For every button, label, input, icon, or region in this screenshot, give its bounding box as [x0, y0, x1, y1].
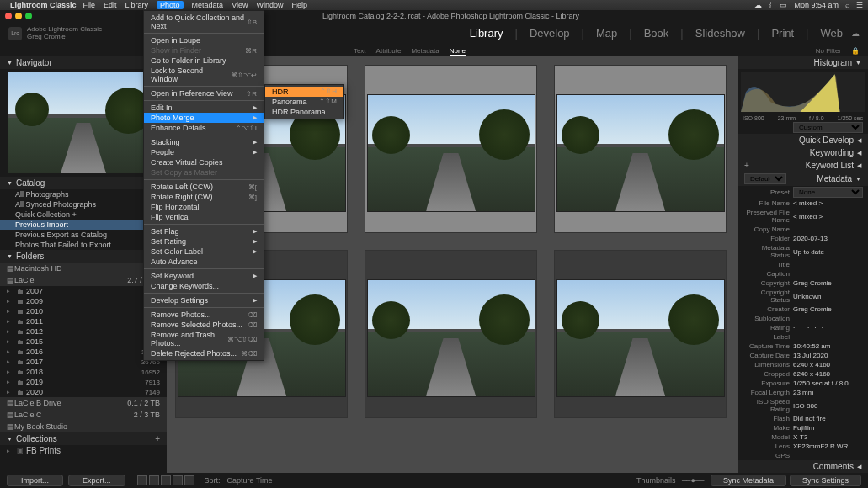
thumbnail-cell[interactable] [365, 250, 537, 418]
catalog-item[interactable]: All Synced Photographs [0, 199, 167, 210]
folder-year-item[interactable]: ▸🖿20159 [0, 337, 167, 347]
metadata-value[interactable]: ISO 800 [793, 402, 863, 410]
menu-item[interactable]: Go to Folder in Library [144, 56, 264, 66]
histogram-panel-header[interactable]: Histogram ▼ [738, 56, 868, 69]
metadata-value[interactable]: · · · · · [793, 324, 863, 332]
navigator-panel-header[interactable]: ▼ Navigator [0, 56, 167, 69]
grid-view-icon[interactable] [137, 475, 147, 485]
catalog-item[interactable]: Previous Export as Catalog [0, 230, 167, 240]
collection-item[interactable]: ▸▣ FB Prints [0, 445, 167, 456]
metadata-value[interactable]: 13 Jul 2020 [793, 352, 863, 359]
module-slideshow[interactable]: Slideshow [695, 27, 745, 40]
thumbnail-cell[interactable] [554, 65, 727, 233]
metadata-header[interactable]: Default Metadata▼ [738, 172, 868, 186]
submenu-item[interactable]: Panorama⌃⇧M [265, 97, 343, 107]
filter-tab-metadata[interactable]: Metadata [411, 47, 439, 55]
menu-icon[interactable]: ☰ [856, 1, 863, 9]
catalog-panel-header[interactable]: ▼ Catalog [0, 177, 167, 189]
keywording-header[interactable]: Keywording◀ [738, 146, 868, 159]
metadata-value[interactable]: < mixed > [793, 199, 863, 207]
menu-item[interactable]: Add to Quick Collection and Next⇧B [144, 13, 264, 31]
search-icon[interactable]: ⌕ [845, 1, 849, 9]
lock-icon[interactable]: 🔒 [851, 47, 860, 55]
thumbnail-cell[interactable] [365, 65, 537, 233]
add-collection-button[interactable]: + [155, 434, 160, 443]
export-button[interactable]: Export... [68, 475, 125, 486]
submenu-item[interactable]: HDR Panorama... [265, 107, 343, 117]
thumbnail-size-slider[interactable]: ━━●━━ [682, 476, 703, 485]
folder-year-item[interactable]: ▸🖿20207149 [0, 387, 167, 397]
drive-item[interactable]: ▤ LaCie2.7 / 3 TB [0, 274, 167, 286]
menu-view[interactable]: View [232, 1, 248, 9]
preset-select[interactable]: None [793, 187, 863, 198]
metadata-value[interactable]: Fujifilm [793, 424, 863, 432]
metadata-value[interactable]: XF23mmF2 R WR [793, 443, 863, 450]
menu-item[interactable]: Remove Photos...⌫ [144, 310, 264, 320]
metadata-value[interactable]: 1/250 sec at f / 8.0 [793, 379, 863, 387]
catalog-item[interactable]: Quick Collection + [0, 210, 167, 220]
drive-item[interactable]: ▤ LaCie C2 / 3 TB [0, 409, 167, 421]
metadata-value[interactable]: 10:40:52 am [793, 342, 863, 350]
folder-year-item[interactable]: ▸🖿20072 [0, 286, 167, 296]
folder-year-item[interactable]: ▸🖿201816952 [0, 367, 167, 377]
menu-item[interactable]: Change Keywords... [144, 281, 264, 291]
wifi-icon[interactable]: ⧙ [769, 1, 773, 9]
module-web[interactable]: Web [821, 27, 844, 40]
keyword-list-header[interactable]: + Keyword List◀ [738, 159, 868, 172]
menu-item[interactable]: Set Flag▶ [144, 226, 264, 236]
comments-header[interactable]: Comments◀ [738, 460, 868, 473]
folder-year-item[interactable]: ▸🖿201225 [0, 326, 167, 337]
menu-item[interactable]: Set Rating▶ [144, 236, 264, 247]
folder-year-item[interactable]: ▸🖿20197913 [0, 377, 167, 387]
metadata-set-select[interactable]: Default [744, 173, 786, 184]
import-button[interactable]: Import... [7, 475, 63, 486]
menu-item[interactable]: Open in Loupe [144, 35, 264, 45]
menu-edit[interactable]: Edit [104, 1, 117, 9]
catalog-item[interactable]: Previous Import [0, 220, 167, 230]
sync-cloud-icon[interactable]: ☁ [851, 29, 860, 38]
sync-settings-button[interactable]: Sync Settings [790, 475, 861, 486]
survey-view-icon[interactable] [173, 475, 183, 485]
module-map[interactable]: Map [596, 27, 617, 40]
menu-file[interactable]: File [83, 1, 96, 9]
drive-item[interactable]: ▤ LaCie B Drive0.1 / 2 TB [0, 397, 167, 409]
menu-item[interactable]: Enhance Details⌃⌥⇧I [144, 123, 264, 133]
metadata-value[interactable]: 6240 x 4160 [793, 361, 863, 369]
loupe-view-icon[interactable] [149, 475, 159, 485]
metadata-value[interactable]: Greg Cromie [793, 305, 863, 313]
module-print[interactable]: Print [771, 27, 794, 40]
metadata-value[interactable]: X-T3 [793, 433, 863, 441]
menu-item[interactable]: People▶ [144, 147, 264, 157]
filter-tab-text[interactable]: Text [354, 47, 366, 55]
menu-item[interactable]: Remove and Trash Photos...⌘⌥⇧⌫ [144, 330, 264, 348]
folder-year-item[interactable]: ▸🖿201122 [0, 316, 167, 326]
add-keyword-button[interactable]: + [744, 161, 749, 170]
menu-item[interactable]: Rotate Left (CCW)⌘[ [144, 182, 264, 192]
folder-year-item[interactable]: ▸🖿20102 [0, 306, 167, 316]
navigator-preview[interactable] [8, 72, 159, 173]
quick-develop-header[interactable]: Quick Develop◀ [738, 134, 868, 146]
folder-year-item[interactable]: ▸🖿201736766 [0, 357, 167, 367]
menu-item[interactable]: Lock to Second Window⌘⇧⌥↩ [144, 66, 264, 84]
catalog-item[interactable]: Photos That Failed to Export [0, 240, 167, 250]
menu-item[interactable]: Auto Advance [144, 257, 264, 267]
module-develop[interactable]: Develop [530, 27, 570, 40]
menu-window[interactable]: Window [256, 1, 283, 9]
menu-item[interactable]: Open in Reference View⇧R [144, 88, 264, 98]
cloud-icon[interactable]: ☁ [754, 1, 762, 9]
metadata-value[interactable]: 23 mm [793, 389, 863, 396]
menu-item[interactable]: Flip Vertical [144, 212, 264, 222]
thumbnail-cell[interactable] [554, 250, 727, 418]
menu-item[interactable]: Delete Rejected Photos...⌘⌫ [144, 348, 264, 358]
menu-metadata[interactable]: Metadata [192, 1, 224, 9]
filter-tab-none[interactable]: None [450, 47, 466, 56]
submenu-item[interactable]: HDR⌃⇧H [265, 87, 343, 97]
filter-tab-attribute[interactable]: Attribute [376, 47, 402, 55]
sync-metadata-button[interactable]: Sync Metadata [711, 475, 786, 486]
people-view-icon[interactable] [184, 475, 194, 485]
menu-item[interactable]: Remove Selected Photos...⌫ [144, 320, 264, 330]
drive-item[interactable]: ▤ My Book Studio [0, 421, 167, 432]
histogram-display[interactable] [741, 72, 865, 112]
metadata-value[interactable]: < mixed > [793, 213, 863, 220]
menu-photo[interactable]: Photo [157, 1, 184, 9]
